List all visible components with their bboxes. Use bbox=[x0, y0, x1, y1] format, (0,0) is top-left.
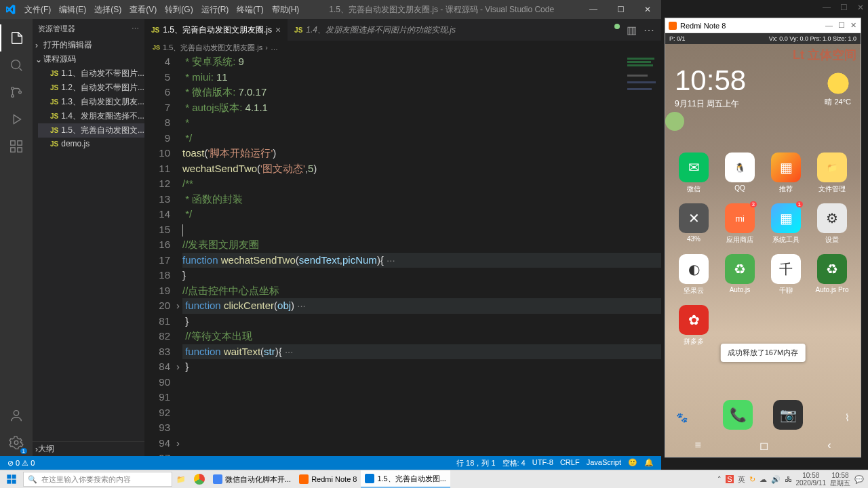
clock-widget[interactable]: 10:58 9月11日 周五上午 bbox=[675, 64, 746, 110]
status-item[interactable]: UTF-8 bbox=[529, 458, 557, 468]
svg-point-8 bbox=[14, 411, 18, 415]
taskbar-search[interactable]: 🔍 在这里输入你要搜索的内容 bbox=[23, 472, 172, 487]
app-icon[interactable]: ✕43% bbox=[673, 203, 714, 245]
nav-back-button[interactable]: ‹ bbox=[827, 439, 831, 451]
menu-item[interactable]: 选择(S) bbox=[90, 5, 125, 14]
split-editor-icon[interactable]: ▥ bbox=[627, 24, 637, 37]
editor-tabs: JS1.5、完善自动发图文朋友圈.js×JS1.4、发朋友圈选择不同图片的功能实… bbox=[144, 19, 661, 41]
status-item[interactable]: JavaScript bbox=[583, 458, 625, 468]
taskbar-explorer[interactable]: 📁 bbox=[172, 470, 190, 488]
minimap[interactable] bbox=[624, 54, 661, 456]
close-button[interactable]: ✕ bbox=[850, 21, 856, 30]
file-item[interactable]: JS1.1、自动发不带图片... bbox=[38, 66, 144, 81]
tray-network-icon[interactable]: 🖧 bbox=[785, 475, 792, 483]
tray-day[interactable]: 10:58 星期五 bbox=[830, 472, 850, 487]
status-dot-icon[interactable] bbox=[614, 24, 620, 29]
maximize-icon[interactable]: ☐ bbox=[840, 3, 848, 12]
status-item[interactable]: 🔔 bbox=[641, 458, 657, 468]
app-icon[interactable]: ▦1系统工具 bbox=[766, 203, 806, 245]
menu-item[interactable]: 帮助(H) bbox=[268, 5, 304, 14]
close-icon[interactable]: ✕ bbox=[857, 3, 864, 12]
file-item[interactable]: JS1.5、完善自动发图文... bbox=[38, 123, 144, 138]
app-icon[interactable]: ♻Auto.js Pro bbox=[812, 254, 852, 296]
source-control-icon[interactable] bbox=[0, 79, 33, 106]
status-item[interactable]: 🙂 bbox=[625, 458, 641, 468]
file-item[interactable]: JS1.4、发朋友圈选择不... bbox=[38, 109, 144, 123]
tray-sound-icon[interactable]: 🔊 bbox=[771, 475, 781, 484]
taskbar-window-button[interactable]: 微信自动化脚本开... bbox=[209, 470, 295, 488]
status-item[interactable]: CRLF bbox=[557, 458, 583, 468]
status-item[interactable]: 行 18，列 1 bbox=[453, 458, 498, 468]
editor-tab[interactable]: JS1.5、完善自动发图文朋友圈.js× bbox=[144, 19, 288, 41]
menu-item[interactable]: 终端(T) bbox=[233, 5, 267, 14]
app-icon[interactable]: 千千聊 bbox=[766, 254, 806, 296]
taskbar-window-button[interactable]: 1.5、完善自动发图... bbox=[361, 470, 450, 488]
ime-indicator[interactable]: S bbox=[726, 475, 733, 483]
app-icon[interactable]: 🐧QQ bbox=[719, 152, 760, 194]
taskbar-chrome[interactable] bbox=[190, 470, 209, 488]
assistant-icon[interactable]: ⌇ bbox=[845, 412, 850, 423]
maximize-button[interactable]: ☐ bbox=[607, 5, 634, 14]
problems-status[interactable]: ⊘ 0 ⚠ 0 bbox=[4, 459, 38, 468]
account-icon[interactable] bbox=[0, 402, 33, 429]
svg-point-3 bbox=[19, 91, 22, 94]
paw-icon[interactable]: 🐾 bbox=[676, 412, 688, 423]
tray-sync-icon[interactable]: ↻ bbox=[749, 475, 755, 484]
background-window-controls: — ☐ ✕ bbox=[823, 3, 864, 12]
floating-ball[interactable] bbox=[665, 112, 684, 131]
tray-up-icon[interactable]: ˄ bbox=[717, 475, 722, 484]
js-icon: JS bbox=[50, 140, 58, 148]
breadcrumb[interactable]: JS 1.5、完善自动发图文朋友圈.js › … bbox=[144, 41, 661, 54]
minimize-button[interactable]: — bbox=[580, 5, 607, 14]
status-item[interactable]: 空格: 4 bbox=[499, 458, 529, 468]
close-button[interactable]: ✕ bbox=[634, 5, 661, 14]
extensions-icon[interactable] bbox=[0, 133, 33, 160]
app-icon[interactable]: ✉微信 bbox=[673, 152, 714, 194]
file-item[interactable]: JS1.3、自动发图文朋友... bbox=[38, 95, 144, 109]
debug-icon[interactable] bbox=[0, 106, 33, 133]
app-icon[interactable]: ◐坚果云 bbox=[673, 254, 714, 296]
app-icon[interactable]: ▦推荐 bbox=[766, 152, 806, 194]
mi-logo-icon bbox=[669, 22, 677, 30]
explorer-icon[interactable] bbox=[0, 24, 33, 52]
menu-item[interactable]: 查看(V) bbox=[125, 5, 161, 14]
dock-app[interactable]: 📷 bbox=[773, 400, 803, 430]
app-icon[interactable]: 📁文件管理 bbox=[812, 152, 852, 194]
notification-icon[interactable]: 💬 bbox=[854, 475, 864, 484]
menu-item[interactable]: 运行(R) bbox=[197, 5, 233, 14]
phone-screen[interactable]: Lt 立体空间 10:58 9月11日 周五上午 晴 24°C ✉微信🐧QQ▦推… bbox=[665, 44, 861, 457]
app-icon[interactable]: ✿拼多多 bbox=[673, 305, 714, 346]
tray-clock[interactable]: 10:58 2020/9/11 bbox=[796, 472, 827, 487]
nav-home-button[interactable]: ◻ bbox=[760, 439, 768, 452]
toast-message: 成功释放了167M内存 bbox=[721, 344, 806, 362]
menu-item[interactable]: 编辑(E) bbox=[55, 5, 90, 14]
more-icon[interactable]: ⋯ bbox=[132, 24, 139, 33]
tray-cloud-icon[interactable]: ☁ bbox=[760, 475, 767, 484]
app-icon[interactable]: mi3应用商店 bbox=[719, 203, 760, 245]
maximize-button[interactable]: ☐ bbox=[838, 21, 845, 30]
ime-lang[interactable]: 英 bbox=[738, 474, 745, 485]
code-editor[interactable]: 4567891011121314151617181920818283849091… bbox=[144, 54, 661, 456]
nav-menu-button[interactable]: ≡ bbox=[694, 439, 701, 451]
search-icon[interactable] bbox=[0, 52, 33, 79]
menu-item[interactable]: 转到(G) bbox=[161, 5, 197, 14]
more-icon[interactable]: ⋯ bbox=[644, 24, 654, 37]
weather-widget[interactable]: 晴 24°C bbox=[825, 71, 851, 107]
menu-item[interactable]: 文件(F) bbox=[20, 5, 55, 14]
project-section[interactable]: ⌄课程源码 bbox=[33, 52, 144, 66]
dock-app[interactable]: 📞 bbox=[723, 400, 753, 430]
code-lines[interactable]: * 安卓系统: 9 * miui: 11 * 微信版本: 7.0.17 * au… bbox=[182, 54, 661, 456]
minimize-button[interactable]: — bbox=[825, 21, 833, 30]
outline-section[interactable]: ›大纲 bbox=[33, 441, 144, 456]
settings-icon[interactable]: 1 bbox=[0, 429, 33, 456]
start-button[interactable] bbox=[0, 470, 23, 488]
minimize-icon[interactable]: — bbox=[823, 3, 831, 12]
editor-tab[interactable]: JS1.4、发朋友圈选择不同图片的功能实现.js bbox=[288, 19, 462, 41]
file-item[interactable]: JSdemo.js bbox=[38, 138, 144, 150]
close-tab-icon[interactable]: × bbox=[275, 24, 281, 35]
taskbar-window-button[interactable]: Redmi Note 8 bbox=[295, 470, 361, 488]
open-editors-section[interactable]: ›打开的编辑器 bbox=[33, 38, 144, 52]
app-icon[interactable]: ♻Auto.js bbox=[719, 254, 760, 296]
file-item[interactable]: JS1.2、自动发不带图片... bbox=[38, 81, 144, 95]
app-icon[interactable]: ⚙设置 bbox=[812, 203, 852, 245]
